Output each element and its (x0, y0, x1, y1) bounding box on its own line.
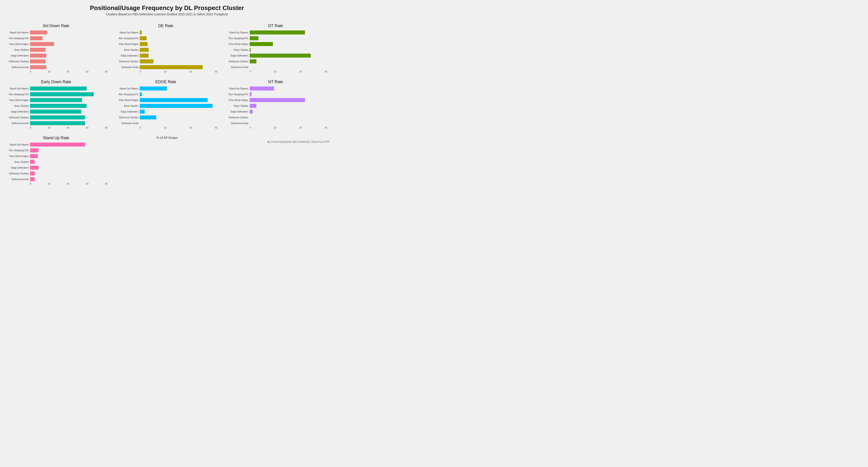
bar-chart-3rd-down: Stand Up PlayersRun Stopping DTsPass Rus… (4, 30, 107, 70)
bar-area (30, 121, 107, 125)
bar-fill (30, 177, 35, 181)
axis-ticks-de-rate: 0204060 (140, 70, 217, 73)
axis-ticks-nt-rate: 0204060 (250, 127, 327, 129)
bar-area (250, 54, 327, 58)
bar-area (140, 59, 217, 63)
bar-fill (30, 148, 38, 152)
bar-fill (250, 36, 258, 40)
bar-area (30, 154, 107, 158)
bar-area (30, 148, 107, 152)
bar-label: Nose Tackles (224, 48, 250, 51)
bar-label: Defensive Ends (224, 66, 250, 68)
bar-row: Defensive Ends (224, 65, 327, 70)
bar-fill (30, 98, 82, 102)
bar-label: Defensive Tackles (4, 60, 30, 63)
bar-row: Edge Defenders (224, 53, 327, 58)
bar-label: Defensive Ends (114, 66, 140, 68)
bar-chart-edge-rate: Stand Up PlayersRun Stopping DTsPass Rus… (114, 86, 217, 126)
bar-fill (140, 54, 149, 58)
bar-label: Nose Tackles (4, 48, 30, 51)
bar-area (30, 104, 107, 108)
axis-tick: 60 (325, 70, 327, 73)
bar-row: Defensive Ends (4, 121, 107, 126)
chart-edge-rate-title: EDGE Rate (114, 79, 217, 84)
bar-label: Stand Up Players (4, 31, 30, 34)
bar-fill (30, 87, 87, 91)
bar-label: Stand Up Players (114, 31, 140, 34)
bar-row: Defensive Tackles (114, 59, 217, 64)
bar-fill (140, 36, 147, 40)
axis-tick: 60 (86, 182, 89, 185)
bar-label: Defensive Ends (4, 122, 30, 125)
axis-tick: 60 (86, 70, 89, 73)
bar-label: Nose Tackles (114, 104, 140, 107)
bar-label: Run Stopping DTs (224, 37, 250, 40)
bar-fill (140, 48, 149, 52)
bar-fill (250, 98, 305, 102)
chart-3rd-down-title: 3rd Down Rate (4, 24, 107, 28)
axis-tick: 60 (86, 127, 89, 129)
bar-area (30, 177, 107, 181)
bar-row: Defensive Tackles (4, 59, 107, 64)
bar-row: Defensive Ends (114, 65, 217, 70)
bar-area (30, 48, 107, 52)
bar-area (140, 104, 217, 108)
axis-tick: 40 (67, 70, 69, 73)
bar-chart-dt-rate: Stand Up PlayersRun Stopping DTsPass Rus… (224, 30, 327, 70)
bar-row: Nose Tackles (224, 103, 327, 108)
bar-label: Defensive Tackles (224, 60, 250, 63)
bar-fill (140, 59, 153, 63)
bar-fill (140, 65, 203, 69)
chart-3rd-down: 3rd Down Rate Stand Up PlayersRun Stoppi… (4, 21, 110, 75)
charts-grid: 3rd Down Rate Stand Up PlayersRun Stoppi… (4, 21, 330, 187)
bar-area (250, 104, 327, 108)
bar-area (30, 54, 107, 58)
bar-label: Edge Defenders (114, 54, 140, 57)
axis-tick: 0 (140, 127, 141, 129)
bar-label: Run Stopping DTs (114, 93, 140, 96)
bar-area (140, 115, 217, 120)
bar-fill (30, 104, 87, 108)
bar-label: Nose Tackles (114, 48, 140, 51)
bar-area (140, 36, 217, 40)
bar-row: Defensive Ends (4, 65, 107, 70)
chart-dt-rate: DT Rate Stand Up PlayersRun Stopping DTs… (224, 21, 330, 75)
bar-area (250, 87, 327, 91)
bar-fill (140, 110, 145, 114)
bar-label: Defensive Ends (4, 66, 30, 68)
bar-row: Pass Rush Edges (224, 42, 327, 46)
bar-label: Run Stopping DTs (224, 93, 250, 96)
bar-label: Nose Tackles (4, 104, 30, 107)
bar-row: Pass Rush Edges (4, 42, 107, 46)
bar-area (30, 110, 107, 114)
bar-label: Edge Defenders (224, 110, 250, 113)
axis-tick: 60 (215, 70, 217, 73)
bar-row: Edge Defenders (224, 109, 327, 114)
bar-row: Nose Tackles (4, 103, 107, 108)
bar-area (250, 121, 327, 125)
axis-ticks-dt-rate: 0204060 (250, 70, 327, 73)
main-title: Positional/Usage Frequency by DL Prospec… (4, 4, 330, 11)
bar-fill (30, 92, 94, 96)
bar-area (30, 166, 107, 170)
bar-fill (30, 171, 35, 175)
axis-ticks-early-down: 020406080 (30, 127, 107, 129)
bar-fill (250, 54, 311, 58)
bar-fill (30, 166, 38, 170)
bar-row: Stand Up Players (114, 86, 217, 91)
bar-label: Defensive Tackles (224, 116, 250, 119)
bar-area (250, 48, 327, 52)
bar-fill (250, 92, 252, 96)
chart-dt-rate-title: DT Rate (224, 24, 327, 28)
axis-tick: 20 (164, 127, 166, 129)
bar-fill (30, 115, 85, 120)
bar-area (140, 54, 217, 58)
subtitle: Clusters Based on FBS Defensive Linemen … (4, 12, 330, 16)
bar-row: Run Stopping DTs (114, 36, 217, 41)
bar-area (250, 110, 327, 114)
bar-area (140, 121, 217, 125)
bar-label: Defensive Ends (224, 122, 250, 125)
bar-label: Run Stopping DTs (4, 37, 30, 40)
chart-de-rate-title: DE Rate (114, 24, 217, 28)
bar-fill (250, 48, 251, 52)
